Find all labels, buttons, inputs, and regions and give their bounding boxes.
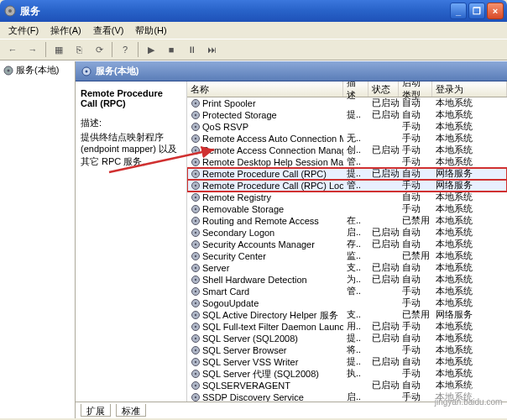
service-startup: 手动 (399, 344, 432, 356)
svg-point-11 (195, 126, 196, 128)
service-row[interactable]: Shell Hardware Detection为..已启动自动本地系统 (187, 274, 507, 286)
tree-pane: 服务(本地) (0, 61, 76, 418)
service-row[interactable]: SQL Server VSS Writer提..已启动自动本地系统 (187, 356, 507, 368)
svg-point-47 (195, 338, 196, 339)
tab-extended[interactable]: 扩展 (81, 404, 111, 417)
service-logon: 本地系统 (432, 297, 507, 309)
service-row[interactable]: Server支..已启动自动本地系统 (187, 262, 507, 274)
menu-help[interactable]: 帮助(H) (130, 23, 171, 39)
gear-icon (191, 251, 201, 261)
service-status (368, 344, 399, 356)
svg-point-3 (8, 69, 10, 71)
gear-icon (191, 98, 201, 108)
stop-button[interactable]: ■ (162, 40, 180, 59)
service-row[interactable]: Print Spooler已启动自动本地系统 (187, 97, 507, 109)
service-row[interactable]: Smart Card管..手动本地系统 (187, 286, 507, 297)
service-row[interactable]: SogouUpdate手动本地系统 (187, 297, 507, 309)
service-row[interactable]: QoS RSVP手动本地系统 (187, 121, 507, 133)
service-name: SQL Server VSS Writer (202, 357, 298, 367)
service-row[interactable]: SQL Server 代理 (SQL2008)执..手动本地系统 (187, 368, 507, 380)
start-button[interactable]: ▶ (142, 40, 160, 59)
refresh-button[interactable]: ⟳ (90, 40, 108, 59)
close-button[interactable]: × (487, 3, 504, 19)
toolbar-separator (138, 42, 139, 57)
service-row[interactable]: SQL Active Directory Helper 服务支..已禁用网络服务 (187, 309, 507, 321)
tab-standard[interactable]: 标准 (116, 404, 146, 417)
service-startup: 手动 (399, 121, 432, 133)
gear-icon (191, 286, 201, 297)
service-status: 已启动 (368, 321, 399, 333)
svg-point-39 (195, 291, 196, 292)
service-row[interactable]: SSDP Discovery Service启..手动本地系统 (187, 391, 507, 402)
svg-point-13 (195, 138, 196, 139)
col-name[interactable]: 名称 (187, 81, 343, 97)
restart-button[interactable]: ⏭ (202, 40, 221, 59)
forward-button[interactable]: → (24, 40, 42, 59)
service-startup: 手动 (399, 286, 432, 297)
list-body[interactable]: Print Spooler已启动自动本地系统Protected Storage提… (187, 97, 507, 402)
service-status (368, 309, 399, 321)
svg-point-19 (195, 173, 196, 175)
service-row[interactable]: Remote Procedure Call (RPC) Locator管..手动… (187, 180, 507, 192)
service-row[interactable]: Remote Access Connection Manager创..已启动手动… (187, 144, 507, 156)
service-row[interactable]: Routing and Remote Access在..已禁用本地系统 (187, 215, 507, 227)
gear-icon (191, 157, 201, 167)
menu-action[interactable]: 操作(A) (45, 23, 86, 39)
service-desc: 启.. (343, 391, 368, 402)
service-row[interactable]: Remote Procedure Call (RPC)提..已启动自动网络服务 (187, 168, 507, 180)
service-startup: 手动 (399, 368, 432, 380)
minimize-button[interactable]: _ (450, 3, 467, 19)
service-status: 已启动 (368, 144, 399, 156)
svg-point-33 (195, 255, 196, 257)
service-status (368, 250, 399, 262)
svg-point-49 (195, 349, 196, 351)
service-row[interactable]: SQL Server Browser将..手动本地系统 (187, 344, 507, 356)
pane-header: 服务(本地) (76, 61, 507, 81)
service-row[interactable]: Secondary Logon启..已启动自动本地系统 (187, 227, 507, 239)
service-name: SogouUpdate (202, 298, 259, 308)
service-status: 已启动 (368, 333, 399, 344)
service-desc: 创.. (343, 144, 368, 156)
service-row[interactable]: Remote Registry自动本地系统 (187, 192, 507, 203)
service-name: SSDP Discovery Service (202, 392, 304, 402)
menu-file[interactable]: 文件(F) (3, 23, 44, 39)
svg-point-27 (195, 220, 196, 222)
service-row[interactable]: Remote Access Auto Connection Manager无..… (187, 133, 507, 144)
service-desc: 管.. (343, 156, 368, 168)
props-button[interactable]: ▦ (50, 40, 68, 59)
service-row[interactable]: Remote Desktop Help Session Manager管..手动… (187, 156, 507, 168)
service-startup: 手动 (399, 297, 432, 309)
service-row[interactable]: Security Accounts Manager存..已启动自动本地系统 (187, 239, 507, 250)
service-logon: 本地系统 (432, 262, 507, 274)
service-row[interactable]: Protected Storage提..已启动自动本地系统 (187, 109, 507, 121)
back-button[interactable]: ← (3, 40, 22, 59)
service-row[interactable]: SQL Full-text Filter Daemon Launch..用..已… (187, 321, 507, 333)
menu-view[interactable]: 查看(V) (88, 23, 129, 39)
col-startup[interactable]: 启动类型 (399, 81, 432, 97)
service-logon: 本地系统 (432, 121, 507, 133)
service-status: 已启动 (368, 227, 399, 239)
service-desc: 提.. (343, 356, 368, 368)
service-row[interactable]: Removable Storage手动本地系统 (187, 203, 507, 215)
gear-icon (191, 333, 201, 344)
service-name: SQL Active Directory Helper 服务 (202, 309, 338, 321)
service-status (368, 156, 399, 168)
service-row[interactable]: SQLSERVERAGENT已启动自动本地系统 (187, 380, 507, 391)
gear-icon (191, 204, 201, 214)
maximize-button[interactable]: ❐ (468, 3, 485, 19)
pause-button[interactable]: ⏸ (182, 40, 201, 59)
col-desc[interactable]: 描述 (343, 81, 368, 97)
tree-root[interactable]: 服务(本地) (2, 63, 73, 77)
service-logon: 本地系统 (432, 97, 507, 109)
service-startup: 手动 (399, 321, 432, 333)
service-row[interactable]: Security Center监..已禁用本地系统 (187, 250, 507, 262)
view-tabs: 扩展 标准 (76, 402, 507, 418)
svg-point-23 (195, 197, 196, 198)
export-button[interactable]: ⎘ (70, 40, 88, 59)
service-row[interactable]: SQL Server (SQL2008)提..已启动自动本地系统 (187, 333, 507, 344)
service-status: 已启动 (368, 356, 399, 368)
svg-point-43 (195, 314, 196, 316)
help-button[interactable]: ? (116, 40, 134, 59)
col-status[interactable]: 状态 (368, 81, 399, 97)
col-logon[interactable]: 登录为 (432, 81, 507, 97)
